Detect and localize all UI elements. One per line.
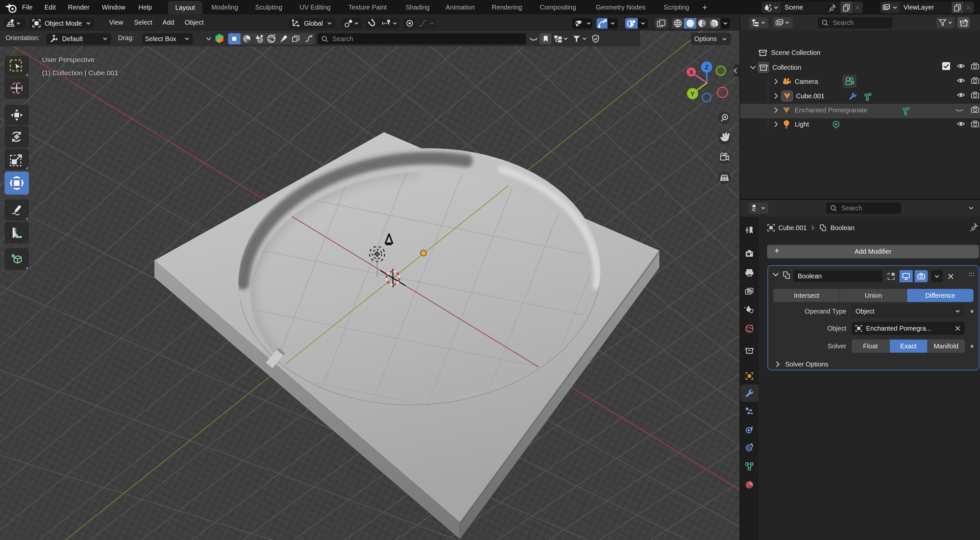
svg-text:Z: Z: [705, 64, 709, 71]
svg-text:Y: Y: [690, 91, 695, 97]
svg-text:X: X: [689, 69, 693, 76]
